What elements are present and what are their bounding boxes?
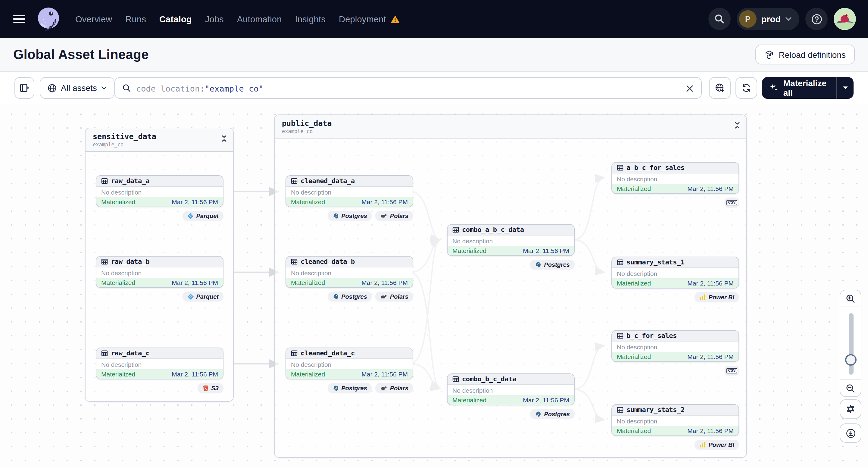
user-avatar[interactable] bbox=[834, 8, 856, 30]
materialize-all-button[interactable]: Materialize all bbox=[762, 78, 836, 98]
table-icon bbox=[617, 259, 623, 266]
asset-description: No description bbox=[612, 415, 739, 426]
asset-node-summary-stats-2[interactable]: summary_stats_2 No description Materiali… bbox=[611, 404, 739, 436]
tag-parquet[interactable]: Parquet bbox=[183, 211, 223, 220]
status-badge: Materialized bbox=[291, 198, 325, 206]
close-icon bbox=[686, 85, 693, 92]
clear-search-button[interactable] bbox=[683, 82, 696, 95]
asset-node-b-c-for-sales[interactable]: b_c_for_sales No description Materialize… bbox=[611, 330, 739, 362]
lineage-canvas[interactable]: sensitive_data example_co public_data ex… bbox=[0, 103, 868, 468]
hamburger-menu-icon[interactable] bbox=[13, 15, 25, 23]
materialized-timestamp: Mar 2, 11:56 PM bbox=[687, 279, 734, 287]
asset-description: No description bbox=[447, 236, 574, 246]
zoom-in-button[interactable] bbox=[840, 290, 861, 307]
materialized-timestamp: Mar 2, 11:56 PM bbox=[172, 198, 218, 206]
zoom-slider-thumb[interactable] bbox=[845, 354, 857, 366]
materialize-all-label: Materialize all bbox=[783, 78, 836, 98]
collapse-icon bbox=[734, 122, 740, 129]
refresh-button[interactable] bbox=[736, 77, 757, 99]
nav-deployment[interactable]: Deployment bbox=[339, 14, 386, 24]
nav-catalog[interactable]: Catalog bbox=[159, 14, 192, 24]
dagster-logo[interactable] bbox=[35, 5, 62, 33]
tag-polars[interactable]: Polars bbox=[376, 383, 413, 393]
group-collapse-toggle[interactable] bbox=[734, 121, 740, 131]
asset-node-raw-data-b[interactable]: raw_data_b No description MaterializedMa… bbox=[96, 256, 223, 288]
asset-description: No description bbox=[612, 174, 739, 184]
asset-node-cleaned-data-b[interactable]: cleaned_data_b No description Materializ… bbox=[285, 256, 413, 288]
globe-add-icon bbox=[715, 83, 725, 93]
asset-node-a-b-c-for-sales[interactable]: a_b_c_for_sales No description Materiali… bbox=[611, 162, 739, 194]
asset-node-combo-b-c-data[interactable]: combo_b_c_data No description Materializ… bbox=[447, 373, 575, 405]
reload-definitions-button[interactable]: Reload definitions bbox=[755, 44, 855, 64]
tag-power-bi[interactable]: Power BI bbox=[694, 440, 739, 449]
search-query-value: "example_co" bbox=[205, 84, 264, 93]
csv-badge[interactable]: csv bbox=[725, 366, 739, 375]
nav-overview[interactable]: Overview bbox=[75, 14, 112, 24]
reload-cube-icon bbox=[764, 50, 774, 59]
asset-scope-dropdown[interactable]: All assets bbox=[40, 77, 115, 99]
polars-icon bbox=[380, 293, 388, 299]
tag-row: Parquet bbox=[96, 211, 223, 220]
asset-description: No description bbox=[286, 187, 413, 197]
status-badge: Materialized bbox=[291, 370, 325, 378]
asset-description: No description bbox=[96, 359, 223, 369]
search-icon bbox=[122, 84, 131, 92]
tag-row: Postgres bbox=[447, 259, 575, 269]
asset-search-input[interactable]: code_location:"example_co" bbox=[115, 77, 702, 99]
status-badge: Materialized bbox=[453, 247, 487, 254]
tag-postgres[interactable]: Postgres bbox=[328, 383, 372, 393]
table-icon bbox=[617, 407, 623, 413]
status-badge: Materialized bbox=[617, 185, 651, 192]
nav-insights[interactable]: Insights bbox=[295, 14, 326, 24]
status-badge: Materialized bbox=[617, 279, 651, 287]
zoom-control-panel bbox=[840, 290, 861, 397]
download-image-button[interactable] bbox=[840, 424, 861, 443]
materialize-options-caret[interactable] bbox=[836, 77, 854, 99]
tag-postgres[interactable]: Postgres bbox=[328, 211, 372, 220]
csv-badge[interactable]: csv bbox=[725, 197, 739, 207]
asset-node-cleaned-data-a[interactable]: cleaned_data_a No description Materializ… bbox=[285, 175, 413, 207]
table-icon bbox=[617, 164, 623, 171]
asset-scope-label: All assets bbox=[61, 83, 97, 93]
search-query-key: code_location: bbox=[136, 84, 205, 93]
reload-definitions-label: Reload definitions bbox=[779, 50, 846, 59]
tag-postgres[interactable]: Postgres bbox=[530, 409, 575, 418]
tag-polars[interactable]: Polars bbox=[376, 291, 413, 301]
asset-node-summary-stats-1[interactable]: summary_stats_1 No description Materiali… bbox=[611, 257, 739, 288]
asset-description: No description bbox=[612, 342, 739, 352]
asset-node-cleaned-data-c[interactable]: cleaned_data_c No description Materializ… bbox=[285, 347, 413, 379]
group-collapse-toggle[interactable] bbox=[221, 134, 227, 145]
tag-parquet[interactable]: Parquet bbox=[183, 291, 223, 301]
page-title: Global Asset Lineage bbox=[13, 47, 149, 62]
tag-row: Power BI bbox=[611, 292, 739, 302]
nav-automation[interactable]: Automation bbox=[237, 14, 282, 24]
asset-description: No description bbox=[286, 268, 413, 278]
materialized-timestamp: Mar 2, 11:56 PM bbox=[172, 370, 218, 378]
s3-bucket-icon bbox=[203, 384, 209, 391]
filter-to-group-button[interactable] bbox=[709, 77, 731, 99]
asset-node-combo-a-b-c-data[interactable]: combo_a_b_c_data No description Material… bbox=[447, 224, 575, 256]
asset-name: cleaned_data_c bbox=[301, 349, 355, 357]
graph-settings-button[interactable] bbox=[840, 399, 861, 418]
global-search-button[interactable] bbox=[708, 8, 731, 30]
tag-postgres[interactable]: Postgres bbox=[530, 259, 575, 269]
tag-postgres[interactable]: Postgres bbox=[328, 291, 372, 301]
question-icon bbox=[810, 13, 823, 25]
chevron-down-icon bbox=[842, 86, 848, 90]
tag-power-bi[interactable]: Power BI bbox=[694, 292, 739, 302]
nav-jobs[interactable]: Jobs bbox=[205, 14, 224, 24]
asset-description: No description bbox=[286, 359, 413, 369]
zoom-out-button[interactable] bbox=[840, 380, 861, 396]
panel-toggle-button[interactable] bbox=[14, 77, 34, 99]
tag-polars[interactable]: Polars bbox=[376, 211, 413, 220]
asset-node-raw-data-a[interactable]: raw_data_a No description MaterializedMa… bbox=[96, 175, 223, 207]
nav-runs[interactable]: Runs bbox=[125, 14, 146, 24]
zoom-slider[interactable] bbox=[840, 307, 861, 380]
environment-switcher[interactable]: P prod bbox=[737, 8, 799, 30]
materialized-timestamp: Mar 2, 11:56 PM bbox=[687, 185, 734, 192]
materialized-timestamp: Mar 2, 11:56 PM bbox=[687, 427, 734, 434]
help-button[interactable] bbox=[805, 8, 828, 30]
asset-node-raw-data-c[interactable]: raw_data_c No description MaterializedMa… bbox=[96, 347, 223, 379]
tag-s3[interactable]: S3 bbox=[197, 383, 223, 393]
table-icon bbox=[453, 376, 459, 382]
